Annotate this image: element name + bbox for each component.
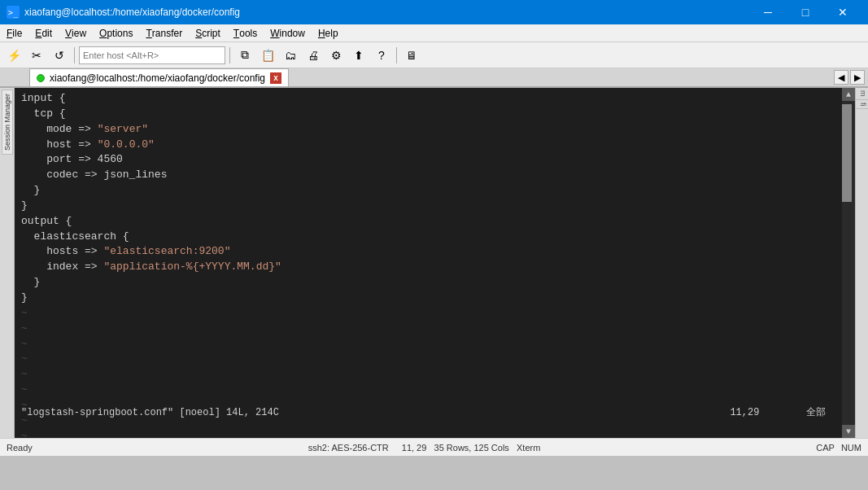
menu-bar: File Edit View Options Transfer Script T… <box>0 24 868 42</box>
code-line-4: host => "0.0.0.0" <box>21 138 835 153</box>
maximize-button[interactable]: □ <box>787 0 824 24</box>
title-bar-controls: ─ □ ✕ <box>749 0 861 24</box>
tilde-4: ~ <box>21 352 835 367</box>
cap-indicator: CAP <box>816 443 835 453</box>
ssh-cipher: ssh2: AES-256-CTR <box>308 443 389 453</box>
toolbar-reconnect[interactable]: ↺ <box>49 45 70 66</box>
code-line-6: codec => json_lines <box>21 168 835 183</box>
terminal-scrollbar: ▲ ▼ <box>842 88 855 438</box>
tilde-1: ~ <box>21 306 835 322</box>
code-line-7: } <box>21 183 835 199</box>
code-line-8: } <box>21 199 835 214</box>
vim-file-info: "logstash-springboot.conf" [noeol] 14L, … <box>21 406 279 420</box>
side-tabs: Session Manager <box>0 88 15 438</box>
num-indicator: NUM <box>841 443 861 453</box>
code-line-1: input { <box>21 91 835 107</box>
toolbar-separator-3 <box>396 47 397 63</box>
toolbar-sftp[interactable]: 🗂 <box>280 45 301 66</box>
toolbar-separator-2 <box>229 47 230 63</box>
menu-view[interactable]: View <box>59 24 93 42</box>
tab-bar-left: xiaofang@localhost:/home/xiaofang/docker… <box>15 68 289 86</box>
code-line-12: index => "application-%{+YYYY.MM.dd}" <box>21 260 835 275</box>
toolbar-separator-1 <box>74 47 75 63</box>
tab-next-button[interactable]: ▶ <box>850 70 865 85</box>
right-panel-item-1[interactable]: m <box>856 88 868 100</box>
scrollbar-thumb[interactable] <box>842 104 852 202</box>
ready-status: Ready <box>7 443 33 453</box>
svg-text:>_: >_ <box>8 8 19 18</box>
keyboard-status: CAP NUM <box>816 443 861 453</box>
menu-script[interactable]: Script <box>189 24 227 42</box>
tab-prev-button[interactable]: ◀ <box>834 70 848 85</box>
menu-tools[interactable]: Tools <box>227 24 264 42</box>
code-line-14: } <box>21 291 835 306</box>
app-status-bar: Ready ssh2: AES-256-CTR 11, 29 35 Rows, … <box>0 438 868 456</box>
menu-help[interactable]: Help <box>312 24 345 42</box>
terminal-type: Xterm <box>517 443 540 453</box>
toolbar-new[interactable]: ⚡ <box>3 45 24 66</box>
toolbar: ⚡ ✂ ↺ ⧉ 📋 🗂 🖨 ⚙ ⬆ ? 🖥 <box>0 42 868 68</box>
code-line-9: output { <box>21 214 835 230</box>
position-value: 11, 29 <box>402 443 427 453</box>
host-input[interactable] <box>79 46 225 64</box>
right-panel-item-2[interactable]: fi <box>856 100 868 110</box>
scrollbar-down[interactable]: ▼ <box>842 425 855 438</box>
terminal-editor[interactable]: input { tcp { mode => "server" host => "… <box>15 88 842 438</box>
vim-cursor-right: 11,29 全部 <box>730 406 826 420</box>
toolbar-disconnect[interactable]: ✂ <box>26 45 47 66</box>
session-manager-tab[interactable]: Session Manager <box>2 90 13 155</box>
menu-edit[interactable]: Edit <box>28 24 59 42</box>
vim-scroll-pos: 全部 <box>806 407 826 418</box>
terminal-size: 35 Rows, 125 Cols <box>434 443 509 453</box>
toolbar-print[interactable]: 🖨 <box>303 45 324 66</box>
toolbar-paste[interactable]: 📋 <box>257 45 278 66</box>
scrollbar-track[interactable] <box>842 101 855 425</box>
vim-cursor-pos: 11,29 <box>730 407 759 418</box>
vim-status-line: "logstash-springboot.conf" [noeol] 14L, … <box>21 406 826 420</box>
tab-close-button[interactable]: x <box>270 72 281 84</box>
window: >_ xiaofang@localhost:/home/xiaofang/doc… <box>0 0 868 490</box>
cursor-position: 11, 29 35 Rows, 125 Cols Xterm <box>402 443 541 453</box>
active-tab[interactable]: xiaofang@localhost:/home/xiaofang/docker… <box>29 68 289 86</box>
toolbar-settings[interactable]: ⚙ <box>325 45 347 66</box>
code-line-3: mode => "server" <box>21 122 835 138</box>
connection-info: ssh2: AES-256-CTR 11, 29 35 Rows, 125 Co… <box>308 443 541 453</box>
menu-options[interactable]: Options <box>93 24 139 42</box>
minimize-button[interactable]: ─ <box>749 0 787 24</box>
app-icon: >_ <box>7 6 20 19</box>
menu-window[interactable]: Window <box>264 24 312 42</box>
menu-file[interactable]: File <box>0 24 28 42</box>
code-line-2: tcp { <box>21 107 835 122</box>
scrollbar-up[interactable]: ▲ <box>842 88 855 101</box>
code-line-5: port => 4560 <box>21 152 835 168</box>
tilde-2: ~ <box>21 322 835 337</box>
title-bar-left: >_ xiaofang@localhost:/home/xiaofang/doc… <box>7 6 240 19</box>
code-line-10: elasticsearch { <box>21 230 835 245</box>
right-panel: m fi <box>855 88 868 438</box>
tab-title: xiaofang@localhost:/home/xiaofang/docker… <box>50 72 265 84</box>
tilde-6: ~ <box>21 383 835 398</box>
toolbar-zmodem[interactable]: ⬆ <box>348 45 369 66</box>
title-bar: >_ xiaofang@localhost:/home/xiaofang/doc… <box>0 0 868 24</box>
menu-transfer[interactable]: Transfer <box>139 24 189 42</box>
toolbar-copy[interactable]: ⧉ <box>234 45 255 66</box>
main-content: Session Manager input { tcp { mode => "s… <box>0 88 868 438</box>
tab-navigation: ◀ ▶ <box>831 68 868 86</box>
tab-bar: xiaofang@localhost:/home/xiaofang/docker… <box>0 68 868 88</box>
tilde-9: ~ <box>21 429 835 438</box>
close-button[interactable]: ✕ <box>824 0 861 24</box>
code-line-13: } <box>21 275 835 291</box>
tilde-5: ~ <box>21 367 835 383</box>
code-line-11: hosts => "elasticsearch:9200" <box>21 244 835 260</box>
window-title: xiaofang@localhost:/home/xiaofang/docker… <box>24 7 240 18</box>
tilde-3: ~ <box>21 337 835 352</box>
connection-status-indicator <box>37 74 45 82</box>
toolbar-extra[interactable]: 🖥 <box>401 45 422 66</box>
toolbar-help[interactable]: ? <box>371 45 392 66</box>
